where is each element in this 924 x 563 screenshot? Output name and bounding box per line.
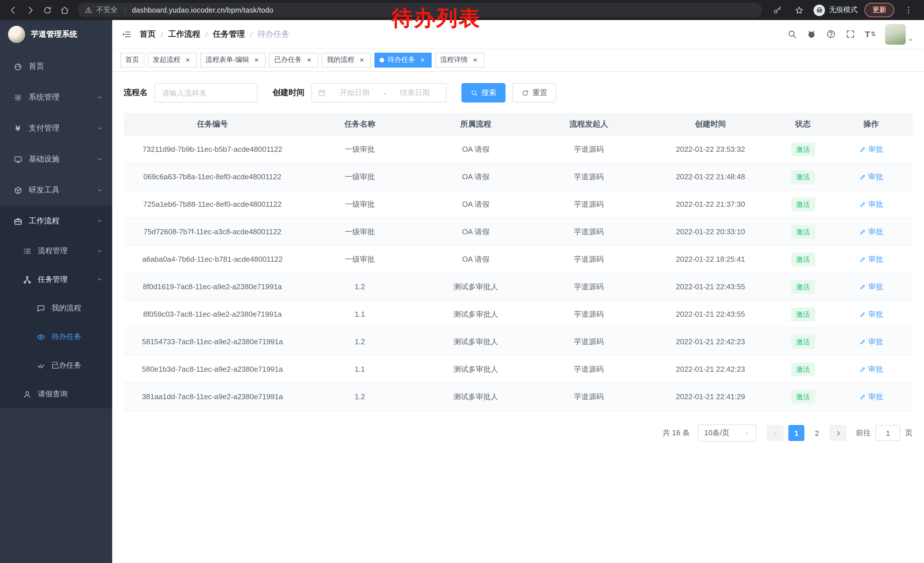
search-button[interactable]: 搜索 <box>461 83 506 102</box>
home-icon[interactable] <box>57 3 72 18</box>
cell-created-time: 2022-01-21 22:42:23 <box>645 337 776 346</box>
start-date-placeholder[interactable]: 开始日期 <box>329 88 380 98</box>
reset-button[interactable]: 重置 <box>512 83 556 102</box>
sidebar-item-todo-task[interactable]: 待办任务 <box>0 323 112 351</box>
tab-done-tasks[interactable]: 已办任务× <box>269 53 318 67</box>
back-icon[interactable] <box>6 3 21 18</box>
breadcrumb-item[interactable]: 工作流程 <box>168 29 200 39</box>
cell-status: 激活 <box>776 280 830 294</box>
tab-create-process[interactable]: 发起流程× <box>148 53 197 67</box>
status-badge: 激活 <box>791 362 815 376</box>
reload-icon[interactable] <box>40 3 55 18</box>
cell-status: 激活 <box>776 252 830 266</box>
github-icon[interactable] <box>806 29 816 39</box>
chat-icon <box>36 304 46 312</box>
breadcrumb-item[interactable]: 任务管理 <box>213 29 245 39</box>
approve-link[interactable]: 审批 <box>859 336 883 347</box>
process-name-label: 流程名 <box>124 88 148 98</box>
end-date-placeholder[interactable]: 结束日期 <box>389 88 440 98</box>
close-icon[interactable]: × <box>418 56 426 64</box>
cell-task-id: 58154733-7ac8-11ec-a9e2-a2380e71991a <box>124 337 301 346</box>
approve-link[interactable]: 审批 <box>859 171 883 182</box>
tab-form-edit[interactable]: 流程表单-编辑× <box>200 53 266 67</box>
column-header: 任务名称 <box>301 119 418 129</box>
fullscreen-icon[interactable] <box>845 29 855 39</box>
process-name-input[interactable] <box>154 83 258 102</box>
key-icon[interactable] <box>770 3 785 18</box>
sidebar-item-label: 请假查询 <box>38 389 103 399</box>
prev-page-button[interactable] <box>766 425 784 441</box>
page-size-select[interactable]: 10条/页 <box>698 424 756 441</box>
approve-link[interactable]: 审批 <box>859 254 883 264</box>
approve-link[interactable]: 审批 <box>859 364 883 374</box>
tab-my-process[interactable]: 我的流程× <box>322 53 371 67</box>
menu-dots-icon[interactable] <box>901 3 916 18</box>
close-icon[interactable]: × <box>184 56 192 64</box>
next-page-button[interactable] <box>830 425 847 441</box>
goto-label: 前往 <box>856 428 871 438</box>
breadcrumb-item[interactable]: 首页 <box>140 29 156 39</box>
sidebar-item-infra[interactable]: 基础设施 <box>0 144 112 175</box>
approve-link[interactable]: 审批 <box>859 199 883 209</box>
sidebar-fold-icon[interactable] <box>122 29 132 39</box>
sidebar-item-system[interactable]: 系统管理 <box>0 82 112 113</box>
search-icon[interactable] <box>787 29 796 39</box>
cell-task-id: 75d72608-7b7f-11ec-a3c8-acde48001122 <box>124 227 301 236</box>
chevron-up-icon <box>96 276 103 283</box>
table-row: a6aba0a4-7b6d-11ec-b781-acde48001122一级审批… <box>124 246 912 273</box>
sidebar-item-devtools[interactable]: 研发工具 <box>0 175 112 206</box>
todo-table: 任务编号任务名称所属流程流程发起人创建时间状态操作 73211d9d-7b9b-… <box>124 113 912 411</box>
sidebar-item-leave-query[interactable]: 请假查询 <box>0 380 112 408</box>
tab-process-detail[interactable]: 流程详情× <box>435 53 484 67</box>
cell-starter: 芋道源码 <box>533 144 645 155</box>
cell-task-name: 1.2 <box>301 282 418 291</box>
approve-link[interactable]: 审批 <box>859 309 883 319</box>
close-icon[interactable]: × <box>358 56 366 64</box>
cell-task-id: 8f059c03-7ac8-11ec-a9e2-a2380e71991a <box>124 310 301 318</box>
incognito-indicator: 无痕模式 <box>813 4 858 16</box>
avatar[interactable] <box>885 24 906 44</box>
approve-link[interactable]: 审批 <box>859 281 883 292</box>
sidebar-item-process-mgmt[interactable]: 流程管理 <box>0 237 112 265</box>
approve-link[interactable]: 审批 <box>859 392 883 402</box>
sidebar-item-my-process[interactable]: 我的流程 <box>0 294 112 323</box>
bookmark-star-icon[interactable] <box>792 3 807 18</box>
chevron-down-icon[interactable] <box>908 36 914 43</box>
address-bar[interactable]: 不安全 dashboard.yudao.iocoder.cn/bpm/task/… <box>78 3 762 17</box>
sidebar-item-done-task[interactable]: 已办任务 <box>0 351 112 380</box>
forward-icon[interactable] <box>23 3 38 18</box>
sidebar-item-home[interactable]: 首页 <box>0 51 112 82</box>
table-row: 73211d9d-7b9b-11ec-b5b7-acde48001122一级审批… <box>124 136 912 163</box>
app-logo[interactable]: 芋道管理系统 <box>0 20 112 49</box>
tab-home[interactable]: 首页 <box>120 53 144 67</box>
sidebar-item-label: 基础设施 <box>28 154 96 164</box>
close-icon[interactable]: × <box>471 56 479 64</box>
sidebar-item-label: 我的流程 <box>51 303 103 313</box>
goto-page-input[interactable] <box>875 425 900 441</box>
yen-icon: ￥ <box>13 124 23 132</box>
cell-task-id: 580e1b3d-7ac8-11ec-a9e2-a2380e71991a <box>124 365 301 374</box>
date-range-picker[interactable]: 开始日期 - 结束日期 <box>311 83 447 102</box>
close-icon[interactable]: × <box>305 56 313 64</box>
approve-link[interactable]: 审批 <box>859 144 883 155</box>
sidebar-item-payment[interactable]: ￥支付管理 <box>0 113 112 144</box>
cell-action: 审批 <box>830 309 912 319</box>
chevron-down-icon <box>744 430 750 436</box>
cell-task-name: 一级审批 <box>301 144 418 155</box>
tab-todo-tasks[interactable]: 待办任务× <box>374 53 432 67</box>
update-button[interactable]: 更新 <box>864 3 894 17</box>
page-button-2[interactable]: 2 <box>809 425 825 441</box>
table-row: 8f059c03-7ac8-11ec-a9e2-a2380e71991a1.1测… <box>124 301 912 328</box>
cell-starter: 芋道源码 <box>533 171 645 182</box>
column-header: 操作 <box>830 119 912 129</box>
tab-label: 首页 <box>125 55 139 65</box>
font-size-icon[interactable]: T⇅ <box>865 30 876 38</box>
page-button-1[interactable]: 1 <box>788 425 804 441</box>
close-icon[interactable]: × <box>252 56 261 64</box>
sidebar-item-task-mgmt[interactable]: 任务管理 <box>0 265 112 294</box>
sidebar-item-workflow[interactable]: 工作流程 <box>0 206 112 237</box>
help-icon[interactable] <box>826 29 836 39</box>
cell-created-time: 2022-01-22 23:53:32 <box>645 145 776 153</box>
approve-link[interactable]: 审批 <box>859 227 883 237</box>
browser-actions: 无痕模式 更新 <box>768 3 918 18</box>
